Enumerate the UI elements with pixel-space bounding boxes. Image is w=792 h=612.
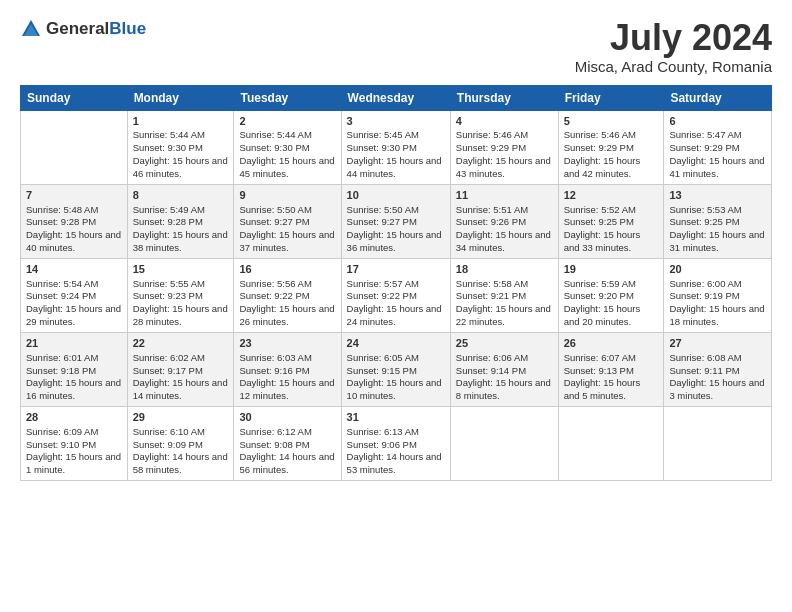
day-number: 3 xyxy=(347,114,445,129)
table-row xyxy=(558,406,664,480)
table-row: 26Sunrise: 6:07 AMSunset: 9:13 PMDayligh… xyxy=(558,332,664,406)
day-info: Sunrise: 5:53 AMSunset: 9:25 PMDaylight:… xyxy=(669,204,766,255)
day-info: Sunrise: 5:58 AMSunset: 9:21 PMDaylight:… xyxy=(456,278,553,329)
day-number: 25 xyxy=(456,336,553,351)
calendar-week-row: 1Sunrise: 5:44 AMSunset: 9:30 PMDaylight… xyxy=(21,110,772,184)
table-row: 24Sunrise: 6:05 AMSunset: 9:15 PMDayligh… xyxy=(341,332,450,406)
day-info: Sunrise: 5:44 AMSunset: 9:30 PMDaylight:… xyxy=(133,129,229,180)
day-info: Sunrise: 5:57 AMSunset: 9:22 PMDaylight:… xyxy=(347,278,445,329)
title-block: July 2024 Misca, Arad County, Romania xyxy=(575,18,772,75)
day-number: 10 xyxy=(347,188,445,203)
table-row: 19Sunrise: 5:59 AMSunset: 9:20 PMDayligh… xyxy=(558,258,664,332)
col-sunday: Sunday xyxy=(21,85,128,110)
day-number: 14 xyxy=(26,262,122,277)
table-row xyxy=(450,406,558,480)
table-row: 14Sunrise: 5:54 AMSunset: 9:24 PMDayligh… xyxy=(21,258,128,332)
day-number: 7 xyxy=(26,188,122,203)
day-number: 4 xyxy=(456,114,553,129)
table-row: 23Sunrise: 6:03 AMSunset: 9:16 PMDayligh… xyxy=(234,332,341,406)
day-number: 6 xyxy=(669,114,766,129)
day-info: Sunrise: 5:59 AMSunset: 9:20 PMDaylight:… xyxy=(564,278,659,329)
day-number: 1 xyxy=(133,114,229,129)
day-info: Sunrise: 6:05 AMSunset: 9:15 PMDaylight:… xyxy=(347,352,445,403)
table-row xyxy=(21,110,128,184)
day-info: Sunrise: 5:50 AMSunset: 9:27 PMDaylight:… xyxy=(239,204,335,255)
day-number: 27 xyxy=(669,336,766,351)
subtitle: Misca, Arad County, Romania xyxy=(575,58,772,75)
day-number: 12 xyxy=(564,188,659,203)
day-info: Sunrise: 5:49 AMSunset: 9:28 PMDaylight:… xyxy=(133,204,229,255)
table-row: 15Sunrise: 5:55 AMSunset: 9:23 PMDayligh… xyxy=(127,258,234,332)
day-info: Sunrise: 5:56 AMSunset: 9:22 PMDaylight:… xyxy=(239,278,335,329)
col-friday: Friday xyxy=(558,85,664,110)
day-number: 26 xyxy=(564,336,659,351)
calendar-header-row: Sunday Monday Tuesday Wednesday Thursday… xyxy=(21,85,772,110)
day-info: Sunrise: 6:13 AMSunset: 9:06 PMDaylight:… xyxy=(347,426,445,477)
day-number: 11 xyxy=(456,188,553,203)
day-number: 17 xyxy=(347,262,445,277)
day-number: 13 xyxy=(669,188,766,203)
main-title: July 2024 xyxy=(575,18,772,58)
table-row: 13Sunrise: 5:53 AMSunset: 9:25 PMDayligh… xyxy=(664,184,772,258)
table-row: 3Sunrise: 5:45 AMSunset: 9:30 PMDaylight… xyxy=(341,110,450,184)
day-info: Sunrise: 6:08 AMSunset: 9:11 PMDaylight:… xyxy=(669,352,766,403)
day-info: Sunrise: 6:02 AMSunset: 9:17 PMDaylight:… xyxy=(133,352,229,403)
table-row: 16Sunrise: 5:56 AMSunset: 9:22 PMDayligh… xyxy=(234,258,341,332)
calendar-table: Sunday Monday Tuesday Wednesday Thursday… xyxy=(20,85,772,481)
table-row: 5Sunrise: 5:46 AMSunset: 9:29 PMDaylight… xyxy=(558,110,664,184)
day-info: Sunrise: 5:46 AMSunset: 9:29 PMDaylight:… xyxy=(456,129,553,180)
col-saturday: Saturday xyxy=(664,85,772,110)
day-number: 24 xyxy=(347,336,445,351)
calendar-week-row: 21Sunrise: 6:01 AMSunset: 9:18 PMDayligh… xyxy=(21,332,772,406)
calendar-week-row: 28Sunrise: 6:09 AMSunset: 9:10 PMDayligh… xyxy=(21,406,772,480)
col-wednesday: Wednesday xyxy=(341,85,450,110)
col-monday: Monday xyxy=(127,85,234,110)
table-row: 4Sunrise: 5:46 AMSunset: 9:29 PMDaylight… xyxy=(450,110,558,184)
table-row: 27Sunrise: 6:08 AMSunset: 9:11 PMDayligh… xyxy=(664,332,772,406)
day-info: Sunrise: 5:52 AMSunset: 9:25 PMDaylight:… xyxy=(564,204,659,255)
day-info: Sunrise: 6:10 AMSunset: 9:09 PMDaylight:… xyxy=(133,426,229,477)
col-thursday: Thursday xyxy=(450,85,558,110)
logo-icon xyxy=(20,18,42,40)
day-number: 22 xyxy=(133,336,229,351)
day-info: Sunrise: 6:03 AMSunset: 9:16 PMDaylight:… xyxy=(239,352,335,403)
day-info: Sunrise: 5:47 AMSunset: 9:29 PMDaylight:… xyxy=(669,129,766,180)
day-info: Sunrise: 5:50 AMSunset: 9:27 PMDaylight:… xyxy=(347,204,445,255)
day-info: Sunrise: 6:01 AMSunset: 9:18 PMDaylight:… xyxy=(26,352,122,403)
day-number: 18 xyxy=(456,262,553,277)
logo: GeneralBlue xyxy=(20,18,146,40)
day-info: Sunrise: 5:44 AMSunset: 9:30 PMDaylight:… xyxy=(239,129,335,180)
day-number: 23 xyxy=(239,336,335,351)
table-row: 28Sunrise: 6:09 AMSunset: 9:10 PMDayligh… xyxy=(21,406,128,480)
day-info: Sunrise: 5:55 AMSunset: 9:23 PMDaylight:… xyxy=(133,278,229,329)
table-row: 17Sunrise: 5:57 AMSunset: 9:22 PMDayligh… xyxy=(341,258,450,332)
header: GeneralBlue July 2024 Misca, Arad County… xyxy=(20,18,772,75)
day-number: 21 xyxy=(26,336,122,351)
table-row: 11Sunrise: 5:51 AMSunset: 9:26 PMDayligh… xyxy=(450,184,558,258)
day-info: Sunrise: 5:46 AMSunset: 9:29 PMDaylight:… xyxy=(564,129,659,180)
table-row: 9Sunrise: 5:50 AMSunset: 9:27 PMDaylight… xyxy=(234,184,341,258)
table-row: 8Sunrise: 5:49 AMSunset: 9:28 PMDaylight… xyxy=(127,184,234,258)
day-info: Sunrise: 5:54 AMSunset: 9:24 PMDaylight:… xyxy=(26,278,122,329)
table-row xyxy=(664,406,772,480)
day-number: 28 xyxy=(26,410,122,425)
page: GeneralBlue July 2024 Misca, Arad County… xyxy=(0,0,792,612)
table-row: 29Sunrise: 6:10 AMSunset: 9:09 PMDayligh… xyxy=(127,406,234,480)
day-info: Sunrise: 6:09 AMSunset: 9:10 PMDaylight:… xyxy=(26,426,122,477)
day-info: Sunrise: 5:48 AMSunset: 9:28 PMDaylight:… xyxy=(26,204,122,255)
day-info: Sunrise: 6:06 AMSunset: 9:14 PMDaylight:… xyxy=(456,352,553,403)
table-row: 2Sunrise: 5:44 AMSunset: 9:30 PMDaylight… xyxy=(234,110,341,184)
table-row: 7Sunrise: 5:48 AMSunset: 9:28 PMDaylight… xyxy=(21,184,128,258)
col-tuesday: Tuesday xyxy=(234,85,341,110)
day-number: 8 xyxy=(133,188,229,203)
table-row: 18Sunrise: 5:58 AMSunset: 9:21 PMDayligh… xyxy=(450,258,558,332)
day-number: 29 xyxy=(133,410,229,425)
day-info: Sunrise: 6:07 AMSunset: 9:13 PMDaylight:… xyxy=(564,352,659,403)
day-number: 20 xyxy=(669,262,766,277)
day-number: 2 xyxy=(239,114,335,129)
day-info: Sunrise: 6:12 AMSunset: 9:08 PMDaylight:… xyxy=(239,426,335,477)
table-row: 10Sunrise: 5:50 AMSunset: 9:27 PMDayligh… xyxy=(341,184,450,258)
table-row: 25Sunrise: 6:06 AMSunset: 9:14 PMDayligh… xyxy=(450,332,558,406)
calendar-week-row: 14Sunrise: 5:54 AMSunset: 9:24 PMDayligh… xyxy=(21,258,772,332)
calendar-week-row: 7Sunrise: 5:48 AMSunset: 9:28 PMDaylight… xyxy=(21,184,772,258)
